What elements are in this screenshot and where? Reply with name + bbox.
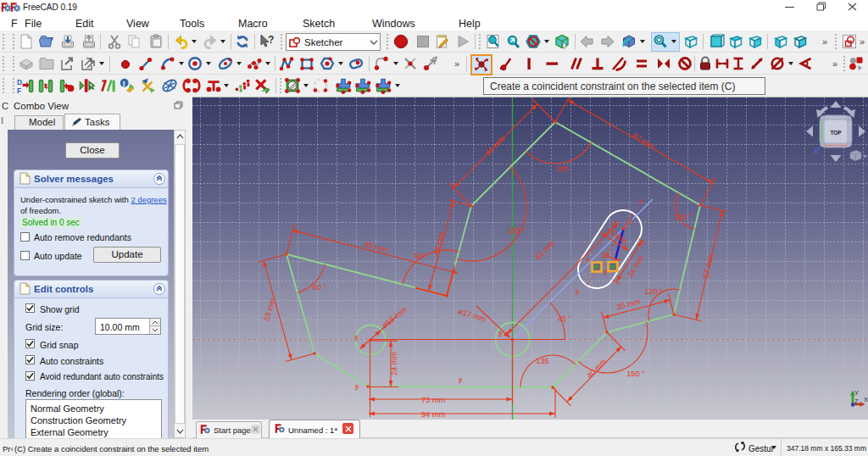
svg-text:105: 105 <box>555 164 568 173</box>
svg-text:90 °: 90 ° <box>415 252 429 260</box>
svg-text:73 mm: 73 mm <box>421 396 445 404</box>
svg-text:D: D <box>17 79 22 86</box>
svg-text:135: 135 <box>536 357 548 365</box>
svg-text:150 °: 150 ° <box>507 226 526 235</box>
svg-text:Z: Z <box>854 398 859 405</box>
svg-text:60 °: 60 ° <box>313 283 327 292</box>
svg-text:TOP: TOP <box>830 130 842 136</box>
svg-text:?: ? <box>268 34 274 46</box>
svg-text:Y: Y <box>854 389 859 397</box>
svg-text:120 °: 120 ° <box>644 287 663 296</box>
svg-text:94 mm: 94 mm <box>421 410 445 419</box>
svg-text:105 °: 105 ° <box>674 213 693 221</box>
svg-text:X: X <box>864 396 868 403</box>
svg-text:24 mm: 24 mm <box>390 352 398 375</box>
svg-text:150 °: 150 ° <box>626 370 645 378</box>
svg-text:45 °: 45 ° <box>558 314 572 323</box>
svg-text:!: ! <box>123 79 125 88</box>
svg-text:30 °: 30 ° <box>601 251 615 259</box>
svg-text:F: F <box>17 87 21 95</box>
